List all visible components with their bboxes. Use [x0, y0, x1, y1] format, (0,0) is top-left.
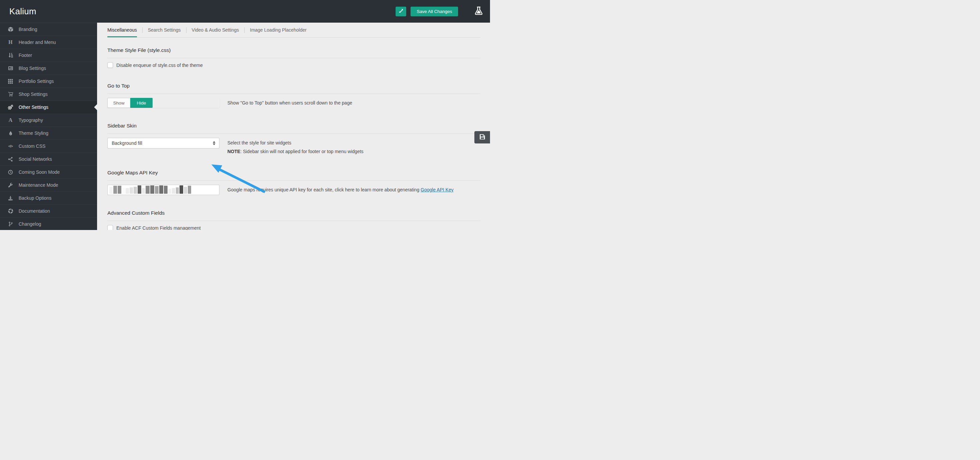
disable-style-css-checkbox[interactable]: [107, 62, 113, 68]
sidebar-item-label: Documentation: [19, 208, 50, 214]
settings-tabs: Miscellaneous Search Settings Video & Au…: [107, 22, 480, 38]
google-maps-api-key-input[interactable]: [107, 185, 220, 195]
show-button[interactable]: Show: [107, 98, 130, 108]
sidebar-item-label: Typography: [19, 118, 43, 123]
google-maps-description: Google maps requires unique API key for …: [228, 185, 465, 193]
hide-button[interactable]: Hide: [130, 98, 153, 108]
section-google-maps-api-key: Google Maps API Key Google maps requires…: [107, 170, 480, 195]
sidebar-item-label: Theme Styling: [19, 131, 48, 136]
sort-amount-icon: [7, 53, 14, 58]
app-title: Kalium: [0, 6, 36, 17]
sidebar-item-portfolio-settings[interactable]: Portfolio Settings: [0, 75, 97, 88]
sidebar-item-custom-css[interactable]: </> Custom CSS: [0, 140, 97, 153]
disable-style-css-option: Disable enqueue of style.css of the them…: [107, 62, 480, 68]
lab-flask-button[interactable]: [474, 6, 483, 17]
tab-video-audio-settings[interactable]: Video & Audio Settings: [186, 22, 244, 37]
go-to-top-toggle: Show Hide: [107, 98, 220, 108]
lifering-icon: [7, 208, 14, 214]
section-heading: Theme Style File (style.css): [107, 47, 480, 53]
sidebar-item-label: Custom CSS: [19, 144, 46, 149]
sidebar-item-label: Shop Settings: [19, 91, 48, 97]
grid-icon: [7, 78, 14, 84]
select-value: Background fill: [112, 141, 142, 146]
save-all-changes-button[interactable]: Save All Changes: [410, 6, 458, 16]
sidebar-item-label: Other Settings: [19, 104, 49, 110]
sidebar-item-label: Header and Menu: [19, 40, 56, 45]
top-bar: Kalium Save All Changes: [0, 0, 490, 22]
sidebar-item-branding[interactable]: Branding: [0, 23, 97, 36]
top-bar-actions: Save All Changes: [396, 6, 490, 17]
typography-icon: A: [7, 118, 14, 123]
share-icon: [7, 157, 14, 162]
tab-miscellaneous[interactable]: Miscellaneous: [107, 22, 142, 37]
floating-save-button[interactable]: [474, 131, 490, 144]
enable-acf-option: Enable ACF Custom Fields management: [107, 225, 480, 230]
newspaper-icon: [7, 65, 14, 71]
section-heading: Sidebar Skin: [107, 123, 480, 129]
sidebar-item-backup-options[interactable]: Backup Options: [0, 192, 97, 205]
section-heading: Go to Top: [107, 83, 480, 89]
sidebar-item-label: Coming Soon Mode: [19, 169, 60, 175]
sidebar-item-shop-settings[interactable]: Shop Settings: [0, 88, 97, 101]
droplet-icon: [7, 131, 14, 136]
sidebar-item-blog-settings[interactable]: Blog Settings: [0, 62, 97, 75]
code-icon: </>: [7, 144, 14, 149]
section-theme-style-file: Theme Style File (style.css) Disable enq…: [107, 47, 480, 68]
sidebar-nav: Branding H Header and Menu Footer Blog S…: [0, 22, 97, 230]
cart-icon: [7, 91, 14, 97]
heading-icon: H: [7, 40, 14, 45]
sidebar-item-label: Portfolio Settings: [19, 78, 54, 84]
wrench-icon: [7, 182, 14, 188]
sidebar-item-theme-styling[interactable]: Theme Styling: [0, 127, 97, 140]
download-icon: [7, 195, 14, 201]
sidebar-item-label: Footer: [19, 53, 32, 58]
sidebar-skin-description: Select the style for site widgets NOTE: …: [228, 138, 363, 155]
sidebar-item-maintenance-mode[interactable]: Maintenance Mode: [0, 179, 97, 192]
tab-image-loading-placeholder[interactable]: Image Loading Placeholder: [245, 22, 312, 37]
sidebar-item-social-networks[interactable]: Social Networks: [0, 153, 97, 166]
gears-icon: [7, 104, 14, 110]
redacted-api-key-value: [109, 185, 217, 194]
checkbox-label: Enable ACF Custom Fields management: [116, 225, 201, 230]
section-go-to-top: Go to Top Show Hide Show "Go to Top" but…: [107, 83, 480, 108]
enable-acf-checkbox[interactable]: [107, 225, 113, 230]
section-divider: [107, 58, 480, 58]
sidebar-item-label: Social Networks: [19, 157, 52, 162]
go-to-top-description: Show "Go to Top" button when users scrol…: [228, 98, 352, 106]
sidebar-item-footer[interactable]: Footer: [0, 49, 97, 62]
sidebar-item-typography[interactable]: A Typography: [0, 114, 97, 127]
section-advanced-custom-fields: Advanced Custom Fields Enable ACF Custom…: [107, 210, 480, 230]
branch-icon: [7, 221, 14, 227]
select-caret-icon: [213, 141, 215, 145]
section-divider: [107, 180, 480, 181]
sidebar-item-changelog[interactable]: Changelog: [0, 218, 97, 230]
google-api-key-link[interactable]: Google API Key: [420, 187, 453, 192]
section-heading: Google Maps API Key: [107, 170, 480, 176]
sidebar-item-other-settings[interactable]: Other Settings: [0, 101, 97, 114]
clock-icon: [7, 169, 14, 175]
cube-icon: [7, 27, 14, 32]
sidebar-item-label: Backup Options: [19, 195, 51, 201]
floppy-disk-icon: [479, 134, 486, 141]
sidebar-skin-select[interactable]: Background fill: [107, 138, 220, 149]
expand-arrows-icon: [399, 8, 404, 14]
flask-icon: [474, 6, 483, 17]
section-heading: Advanced Custom Fields: [107, 210, 480, 216]
sidebar-item-label: Blog Settings: [19, 65, 46, 71]
expand-button[interactable]: [396, 6, 406, 16]
checkbox-label: Disable enqueue of style.css of the them…: [116, 62, 203, 68]
kalium-theme-options-page: { "header": { "app_title": "Kalium", "sa…: [0, 0, 490, 230]
sidebar-item-label: Maintenance Mode: [19, 182, 58, 188]
sidebar-item-coming-soon-mode[interactable]: Coming Soon Mode: [0, 166, 97, 179]
sidebar-item-documentation[interactable]: Documentation: [0, 205, 97, 218]
section-sidebar-skin: Sidebar Skin Background fill Select the …: [107, 123, 480, 155]
sidebar-item-label: Branding: [19, 27, 37, 32]
sidebar-item-label: Changelog: [19, 221, 41, 227]
settings-content: Miscellaneous Search Settings Video & Au…: [97, 22, 490, 230]
tab-search-settings[interactable]: Search Settings: [143, 22, 186, 37]
sidebar-item-header-and-menu[interactable]: H Header and Menu: [0, 36, 97, 49]
